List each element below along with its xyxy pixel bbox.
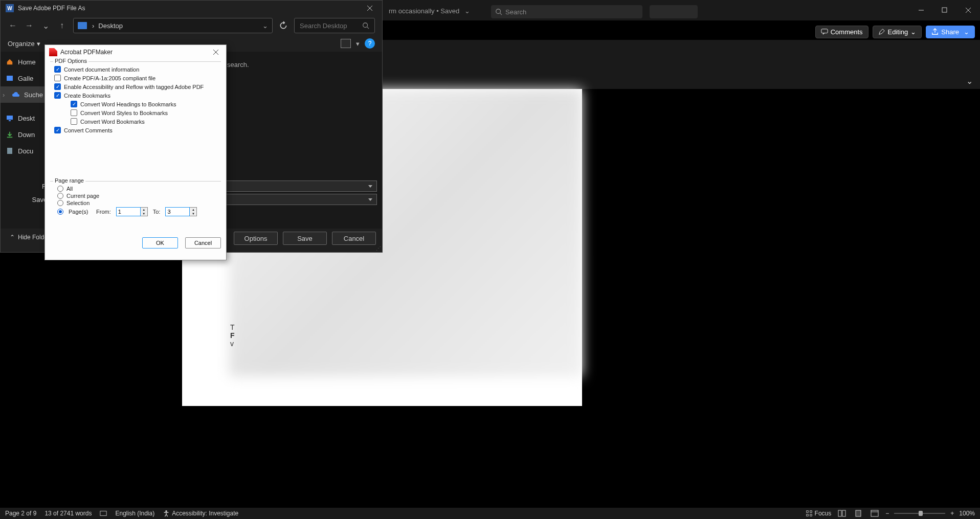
resize-grip-icon[interactable]: ⋰: [376, 245, 381, 251]
folder-search-placeholder: Search Desktop: [300, 22, 347, 30]
to-page-input[interactable]: [165, 207, 190, 216]
acrobat-app-icon: [49, 48, 57, 56]
checkbox-label: Convert Word Bookmarks: [80, 119, 145, 125]
folder-search-box[interactable]: Search Desktop: [294, 18, 375, 33]
from-spin-up[interactable]: ▲: [141, 208, 147, 212]
breadcrumb-location: Desktop: [98, 22, 123, 30]
share-icon: [931, 28, 939, 35]
sidebar-item-documents[interactable]: Docu: [1, 143, 52, 159]
save-button[interactable]: Save: [283, 232, 327, 245]
chevron-down-icon[interactable]: ⌄: [464, 7, 470, 15]
svg-point-20: [363, 23, 368, 28]
range-pages-radio[interactable]: [57, 209, 63, 215]
sidebar-item-desktop[interactable]: Deskt: [1, 110, 52, 126]
radio-label: Page(s): [69, 209, 91, 215]
save-dialog-title: Save Adobe PDF File As: [18, 5, 85, 12]
convert-word-bookmarks-checkbox[interactable]: [71, 118, 77, 125]
radio-label: Selection: [66, 200, 90, 206]
convert-comments-checkbox[interactable]: [54, 127, 61, 133]
acrobat-close-button[interactable]: [210, 48, 222, 56]
zoom-out-icon[interactable]: −: [885, 510, 889, 517]
sidebar-item-label: Down: [18, 131, 35, 139]
sidebar-item-label: Home: [18, 58, 36, 66]
monitor-icon: [78, 22, 87, 29]
language-indicator[interactable]: English (India): [115, 510, 154, 517]
convert-headings-checkbox[interactable]: [71, 101, 77, 107]
svg-rect-22: [7, 76, 13, 81]
nav-back-icon[interactable]: ←: [8, 21, 18, 30]
word-search-box[interactable]: Search: [491, 5, 642, 18]
editing-button[interactable]: Editing ⌄: [873, 26, 922, 38]
sidebar-item-downloads[interactable]: Down: [1, 126, 52, 143]
chevron-down-icon: ⌄: [910, 28, 916, 36]
breadcrumb-chevron-icon[interactable]: ⌄: [262, 22, 268, 30]
page-indicator[interactable]: Page 2 of 9: [5, 510, 36, 517]
svg-line-1: [500, 13, 502, 15]
maximize-button[interactable]: [933, 0, 956, 20]
word-app-icon: W: [6, 4, 14, 12]
sidebar-item-label: Suche: [24, 91, 43, 99]
range-current-radio[interactable]: [57, 193, 63, 199]
from-spin-down[interactable]: ▼: [141, 212, 147, 216]
sidebar-item-home[interactable]: Home: [1, 54, 52, 70]
print-layout-icon[interactable]: [853, 509, 864, 518]
svg-point-8: [165, 510, 167, 512]
svg-rect-9: [806, 511, 808, 513]
sidebar-item-onedrive[interactable]: › Suche: [1, 86, 52, 103]
cancel-button[interactable]: Cancel: [332, 232, 376, 245]
nav-up-icon[interactable]: ↑: [57, 21, 67, 30]
range-all-radio[interactable]: [57, 186, 63, 192]
view-mode-button[interactable]: [341, 39, 351, 48]
acrobat-dialog-title: Acrobat PDFMaker: [60, 49, 113, 56]
options-button[interactable]: Options: [234, 232, 278, 245]
comments-button[interactable]: Comments: [815, 26, 868, 38]
sidebar-item-gallery[interactable]: Galle: [1, 70, 52, 86]
word-count[interactable]: 13 of 2741 words: [44, 510, 92, 517]
checkbox-label: Convert document information: [64, 66, 139, 73]
chevron-down-icon[interactable]: ▾: [356, 40, 360, 48]
create-bookmarks-checkbox[interactable]: [54, 92, 61, 99]
to-label: To:: [153, 209, 161, 215]
organize-button[interactable]: Organize ▾: [8, 40, 40, 48]
share-button[interactable]: Share ⌄: [926, 26, 975, 38]
ok-button[interactable]: OK: [142, 237, 178, 249]
to-spin-up[interactable]: ▲: [190, 208, 196, 212]
convert-doc-info-checkbox[interactable]: [54, 66, 61, 73]
nav-forward-icon[interactable]: →: [24, 21, 34, 30]
minimize-button[interactable]: [909, 0, 933, 20]
breadcrumb-path[interactable]: › Desktop ⌄: [73, 18, 273, 33]
close-button[interactable]: [956, 0, 980, 20]
checkbox-label: Convert Comments: [64, 127, 113, 133]
to-spin-down[interactable]: ▼: [190, 212, 196, 216]
account-box[interactable]: [650, 5, 698, 18]
web-layout-icon[interactable]: [869, 509, 880, 518]
svg-point-0: [496, 9, 501, 14]
help-icon[interactable]: ?: [365, 38, 375, 49]
read-mode-icon[interactable]: [836, 509, 848, 518]
chevron-down-icon: ⌄: [964, 28, 969, 36]
text-predictions-icon[interactable]: [100, 510, 107, 517]
convert-styles-checkbox[interactable]: [71, 109, 77, 116]
search-icon: [362, 22, 369, 29]
home-icon: [6, 58, 14, 65]
refresh-icon[interactable]: [279, 21, 288, 30]
nav-recent-chevron-icon[interactable]: ⌄: [40, 21, 51, 31]
create-pdfa-checkbox[interactable]: [54, 75, 61, 81]
expand-chevron-icon[interactable]: ›: [3, 91, 8, 99]
focus-mode[interactable]: Focus: [806, 510, 832, 517]
cancel-button[interactable]: Cancel: [185, 237, 221, 249]
checkbox-label: Convert Word Styles to Bookmarks: [80, 110, 168, 116]
desktop-icon: [6, 115, 14, 122]
checkbox-label: Convert Word Headings to Bookmarks: [80, 101, 176, 107]
ribbon-collapse-chevron-icon[interactable]: ⌄: [966, 76, 973, 86]
pencil-icon: [878, 28, 885, 35]
zoom-in-icon[interactable]: +: [950, 510, 954, 517]
svg-rect-24: [9, 120, 11, 121]
range-selection-radio[interactable]: [57, 200, 63, 206]
zoom-slider[interactable]: [894, 513, 945, 514]
zoom-level[interactable]: 100%: [959, 510, 975, 517]
accessibility-indicator[interactable]: Accessibility: Investigate: [163, 510, 238, 517]
enable-accessibility-checkbox[interactable]: [54, 83, 61, 90]
from-page-input[interactable]: [116, 207, 141, 216]
save-dialog-close-button[interactable]: [363, 3, 377, 13]
